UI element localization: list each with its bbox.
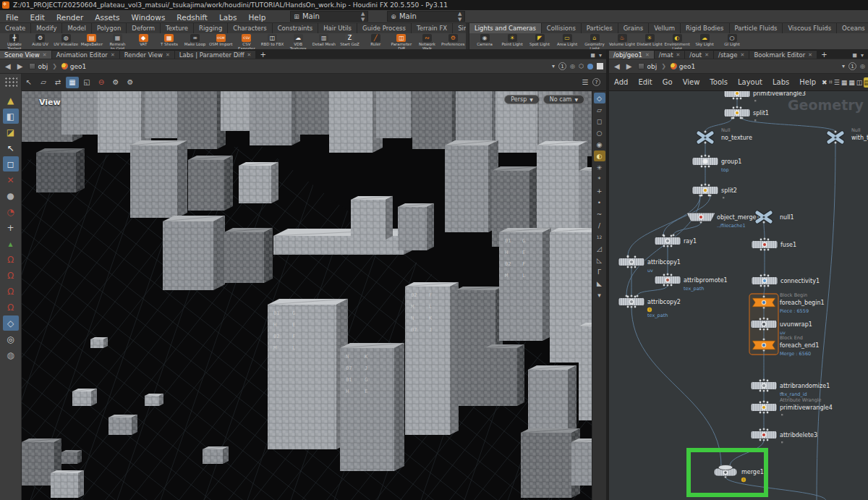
maximize-icon[interactable]: ◼ — [590, 52, 595, 59]
network-editor[interactable]: Geometryprimitivewrangle3split1Nullno_te… — [609, 91, 868, 500]
shelf-tool[interactable]: ◫RBD to FBX — [260, 33, 286, 47]
shelf-tool[interactable]: ✳Distant Light — [636, 33, 663, 47]
shelf-tab[interactable]: Viscous Fluids — [783, 23, 837, 33]
pane-tab[interactable]: Scene View✕ — [0, 50, 51, 59]
shelf-tool[interactable]: ⚙Preferences — [440, 33, 466, 47]
forward-button[interactable]: ▶ — [624, 62, 634, 70]
display-set-badge[interactable]: 1 — [848, 62, 856, 70]
menu-labs[interactable]: Labs — [213, 13, 242, 22]
lighting-icon[interactable]: ✳ — [594, 162, 605, 173]
shelf-tool[interactable]: ☀Point Light — [498, 33, 526, 47]
grid-icon[interactable]: ▦ — [848, 77, 855, 88]
shelf-tab[interactable]: Deform — [127, 23, 161, 33]
snap-edge-magnet-icon[interactable]: Ω — [3, 284, 19, 299]
handles-tool-icon[interactable]: ▱ — [37, 77, 50, 88]
netmenu-edit[interactable]: Edit — [633, 78, 657, 86]
shelf-tab[interactable]: Rigid Bodies — [681, 23, 730, 33]
menu-render[interactable]: Render — [51, 13, 89, 22]
shelf-tool[interactable]: ◍UV Visualize — [53, 33, 79, 47]
network-node-attribcopy1[interactable]: attribcopy1uv — [618, 256, 681, 274]
close-icon[interactable]: ✕ — [645, 52, 650, 58]
chevron-down-icon[interactable]: ▾ — [552, 63, 555, 69]
close-icon[interactable]: ✕ — [166, 52, 170, 58]
scale-icon[interactable]: + — [3, 220, 19, 235]
shelf-tool[interactable]: ▦T Sheets — [156, 33, 182, 47]
display-options-icon[interactable]: ☰ — [579, 77, 592, 88]
recorder-icon[interactable]: ⚙ — [109, 77, 122, 88]
network-node-split1[interactable]: split1 — [724, 107, 769, 122]
bullseye-icon[interactable]: ◎ — [570, 63, 575, 69]
close-icon[interactable]: ✕ — [676, 52, 680, 58]
shelf-tool[interactable]: ☁Sky Light — [691, 33, 718, 47]
shelf-tool[interactable]: ╋Update Toolset — [1, 33, 27, 49]
netmenu-help[interactable]: Help — [794, 78, 821, 86]
menu-windows[interactable]: Windows — [125, 13, 171, 22]
shelf-tool[interactable]: CSVCSV Exporter — [234, 33, 260, 49]
deselect-icon[interactable]: ⊖ — [95, 77, 108, 88]
shelf-tab[interactable]: Modify — [31, 23, 62, 33]
shelf-tool[interactable]: ◐Environment Light — [663, 33, 691, 49]
network-node-null1[interactable]: null1 — [757, 213, 794, 221]
lock-icon[interactable]: ◻ — [3, 156, 19, 171]
shelf-tool[interactable]: ▥Detail Mesh — [311, 33, 337, 47]
select-tool-icon[interactable]: ↖ — [22, 77, 35, 88]
pane-tab[interactable]: Animation Editor✕ — [52, 50, 119, 59]
shelf-tool[interactable]: OSMOSM Import — [208, 33, 234, 47]
snap-grid-magnet-icon[interactable]: Ω — [3, 252, 19, 267]
point-numbers-icon[interactable]: 12 — [594, 232, 605, 242]
select-objects-icon[interactable]: ◧ — [3, 109, 19, 124]
sticky-note-icon[interactable]: ▤ — [864, 77, 868, 88]
breadcrumb-geo1[interactable]: geo1 — [59, 63, 88, 70]
shelf-tool[interactable]: ⌂Geometry Light — [581, 33, 608, 49]
select-arrow-icon[interactable]: ↖ — [3, 140, 19, 156]
shelf-tool[interactable]: ∞Make Loop — [182, 33, 208, 47]
network-node-merge1[interactable]: merge1! — [714, 465, 764, 483]
drape-icon[interactable]: ◍ — [3, 347, 19, 363]
shelf-tool[interactable]: ▤MapsBaker — [79, 33, 105, 47]
shelf-tool[interactable]: ◫Parameter Diff — [388, 33, 414, 49]
pane-tab[interactable]: Labs | Parameter Diff✕ — [175, 50, 256, 59]
network-node-attribdelete3[interactable]: attribdelete3 — [751, 429, 817, 444]
tree-view-icon[interactable]: ⌗ — [829, 77, 833, 88]
netmenu-labs[interactable]: Labs — [767, 78, 794, 86]
new-tab-button[interactable]: + — [817, 51, 830, 59]
pane-tab[interactable]: /mat✕ — [655, 50, 685, 59]
high-quality-light-icon[interactable]: * — [594, 174, 605, 185]
shelf-tool[interactable]: ▦Remesh to Grid — [105, 33, 131, 49]
shelf-tool[interactable]: ◆VAT — [130, 33, 156, 47]
close-icon[interactable]: ✕ — [741, 52, 745, 58]
move-tool-icon[interactable]: ⇄ — [51, 77, 64, 88]
shelf-tab[interactable]: Particles — [582, 23, 618, 33]
vectors-icon[interactable]: ◺ — [594, 255, 605, 266]
network-node-fuse1[interactable]: fuse1 — [752, 239, 796, 251]
new-tab-button[interactable]: + — [256, 51, 269, 59]
select-mode-icon[interactable]: ◇ — [594, 93, 605, 103]
pane-tab[interactable]: /out✕ — [685, 50, 713, 59]
shelf-tool[interactable]: ♨Volume Light — [608, 33, 636, 47]
chevron-down-icon[interactable]: ▾ — [842, 63, 845, 69]
netmenu-add[interactable]: Add — [609, 78, 633, 86]
shelf-tool[interactable]: ○GI Light — [718, 33, 746, 47]
color-palette-icon[interactable]: ▦ — [841, 77, 848, 88]
shelf-tab[interactable]: Collisions — [542, 23, 582, 33]
grid-toggle-icon[interactable]: Γ — [594, 266, 605, 277]
close-icon[interactable]: ✕ — [43, 52, 47, 58]
pose-icon[interactable]: ▴ — [3, 236, 19, 251]
view-tool-icon[interactable]: ▲ — [3, 93, 19, 108]
network-node-no_texture[interactable]: Nullno_texture — [699, 127, 752, 142]
close-icon[interactable]: ✕ — [705, 52, 709, 58]
help-icon[interactable]: ? — [592, 78, 600, 86]
shelf-tab[interactable]: Model — [62, 23, 92, 33]
maximize-icon[interactable]: ◼ — [852, 52, 857, 59]
back-button[interactable]: ◀ — [3, 62, 13, 70]
close-icon[interactable]: ✕ — [247, 52, 252, 58]
breadcrumb-obj[interactable]: obj — [636, 63, 659, 70]
shelf-tab[interactable]: Texture — [161, 23, 194, 33]
network-node-attribcopy2[interactable]: attribcopy2!tex_path — [618, 296, 681, 318]
network-node-connectivity1[interactable]: connectivity1 — [752, 275, 820, 287]
select-geometry-icon[interactable]: ◪ — [3, 124, 19, 140]
network-node-attribrandomize1[interactable]: attribrandomize1tex_rand_id — [751, 380, 830, 397]
playbar-selector[interactable]: ⊕ Main ▲▼ — [387, 11, 465, 22]
back-button[interactable]: ◀ — [612, 62, 622, 70]
shelf-tab[interactable]: Oceans — [837, 23, 868, 33]
